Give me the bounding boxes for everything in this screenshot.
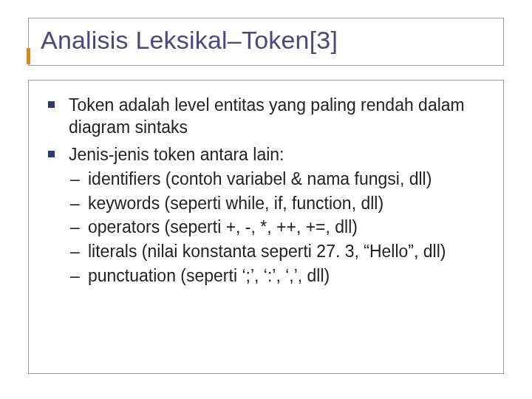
bullet-list: Token adalah level entitas yang paling r… (45, 94, 488, 287)
sub-list-item-text: identifiers (contoh variabel & nama fung… (88, 169, 432, 188)
list-item-text: Jenis-jenis token antara lain: (69, 145, 284, 164)
sub-list-item-text: punctuation (seperti ‘;’, ‘:’, ‘,’, dll) (88, 266, 330, 285)
sub-list-item-text: literals (nilai konstanta seperti 27. 3,… (88, 242, 446, 261)
title-box: Analisis Leksikal–Token[3] (28, 18, 504, 66)
sub-list: identifiers (contoh variabel & nama fung… (69, 167, 488, 287)
list-item-text: Token adalah level entitas yang paling r… (69, 95, 465, 137)
slide-title: Analisis Leksikal–Token[3] (41, 26, 491, 55)
sub-list-item: keywords (seperti while, if, function, d… (69, 191, 488, 216)
square-bullet-icon (48, 101, 55, 108)
sub-list-item-text: keywords (seperti while, if, function, d… (88, 194, 383, 213)
square-bullet-icon (48, 151, 55, 157)
sub-list-item: literals (nilai konstanta seperti 27. 3,… (69, 239, 488, 264)
sub-list-item: punctuation (seperti ‘;’, ‘:’, ‘,’, dll) (69, 264, 488, 288)
sub-list-item: identifiers (contoh variabel & nama fung… (69, 167, 488, 191)
list-item: Token adalah level entitas yang paling r… (45, 94, 488, 139)
slide: Analisis Leksikal–Token[3] Token adalah … (0, 0, 532, 399)
sub-list-item-text: operators (seperti +, -, *, ++, +=, dll) (88, 217, 358, 236)
list-item: Jenis-jenis token antara lain: identifie… (45, 143, 488, 288)
sub-list-item: operators (seperti +, -, *, ++, +=, dll) (69, 215, 488, 239)
body-box: Token adalah level entitas yang paling r… (28, 80, 504, 374)
